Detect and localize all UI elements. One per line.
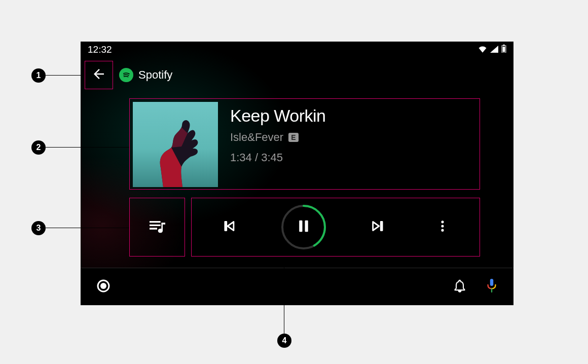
- device-frame: 12:32 Spotify: [81, 42, 513, 305]
- queue-music-icon: [147, 216, 167, 238]
- callout-line-4: [284, 258, 284, 334]
- track-elapsed: 1:34: [230, 151, 252, 164]
- skip-next-icon: [370, 217, 387, 237]
- previous-button[interactable]: [216, 215, 241, 239]
- queue-button[interactable]: [129, 198, 185, 257]
- playback-controls: [191, 198, 480, 257]
- callout-line-3: [46, 228, 129, 228]
- progress-ring: [280, 204, 327, 250]
- callout-badge-1: 1: [31, 68, 46, 83]
- microphone-icon: [485, 286, 498, 295]
- play-pause-button[interactable]: [280, 204, 327, 250]
- app-identity: Spotify: [119, 68, 172, 82]
- track-time: 1:34 / 3:45: [230, 151, 326, 164]
- skip-previous-icon: [220, 217, 237, 237]
- callout-line-1: [46, 75, 85, 76]
- track-title: Keep Workin: [230, 106, 326, 126]
- battery-icon: [501, 44, 506, 55]
- svg-rect-12: [490, 279, 493, 286]
- track-artist: Isle&Fever: [230, 131, 283, 144]
- spotify-icon: [119, 68, 133, 82]
- callout-line-2: [46, 147, 129, 148]
- svg-point-8: [441, 225, 444, 227]
- status-bar: 12:32: [81, 42, 513, 58]
- cellular-icon: [490, 44, 498, 55]
- voice-assistant-button[interactable]: [485, 278, 498, 296]
- status-icons: [478, 44, 506, 55]
- track-metadata: Keep Workin Isle&Fever E 1:34 / 3:45: [230, 102, 326, 186]
- next-button[interactable]: [366, 215, 391, 239]
- track-duration: 3:45: [261, 151, 283, 164]
- album-art: [133, 102, 218, 187]
- track-time-separator: /: [252, 151, 261, 164]
- app-bar: Spotify: [81, 60, 513, 90]
- callout-badge-4: 4: [277, 334, 291, 348]
- wifi-icon: [478, 44, 487, 55]
- overflow-button[interactable]: [430, 215, 455, 239]
- app-name: Spotify: [138, 68, 172, 82]
- svg-point-11: [100, 283, 106, 289]
- album-art-image: [133, 102, 218, 187]
- callout-badge-2: 2: [31, 140, 46, 155]
- svg-point-9: [441, 229, 444, 232]
- back-button[interactable]: [85, 61, 113, 89]
- svg-point-7: [441, 221, 444, 223]
- status-time: 12:32: [88, 44, 112, 55]
- explicit-badge: E: [288, 133, 298, 142]
- more-vert-icon: [435, 219, 450, 235]
- now-playing-card[interactable]: Keep Workin Isle&Fever E 1:34 / 3:45: [129, 98, 480, 190]
- callout-badge-3: 3: [31, 221, 46, 235]
- home-button[interactable]: [96, 278, 111, 296]
- notifications-button[interactable]: [453, 279, 467, 295]
- arrow-left-icon: [91, 66, 106, 84]
- bell-icon: [453, 286, 467, 295]
- circle-icon: [96, 286, 111, 295]
- svg-rect-2: [503, 47, 505, 52]
- system-navigation-bar: [81, 268, 513, 305]
